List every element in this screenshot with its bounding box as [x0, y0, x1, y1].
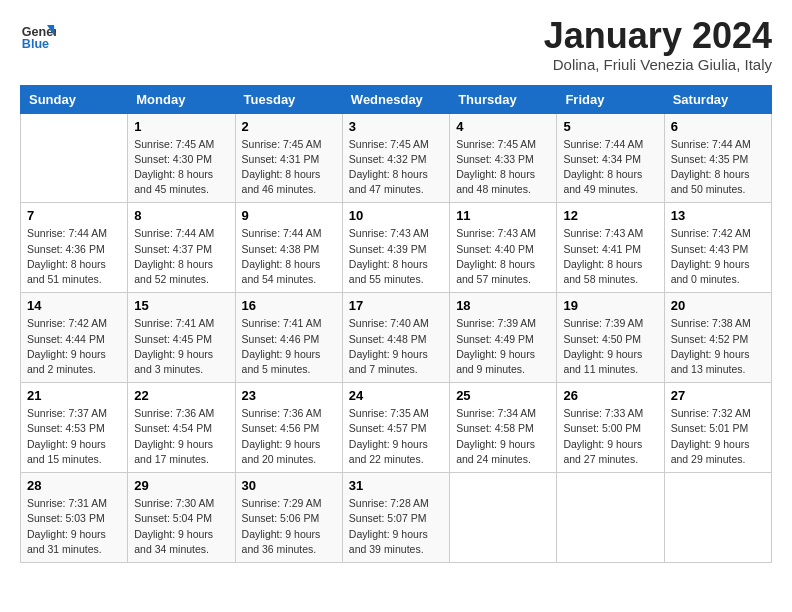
day-number: 31: [349, 478, 443, 493]
day-number: 13: [671, 208, 765, 223]
weekday-header-sunday: Sunday: [21, 85, 128, 113]
day-info: Sunrise: 7:35 AM Sunset: 4:57 PM Dayligh…: [349, 406, 443, 467]
day-number: 15: [134, 298, 228, 313]
day-number: 5: [563, 119, 657, 134]
day-number: 3: [349, 119, 443, 134]
day-info: Sunrise: 7:30 AM Sunset: 5:04 PM Dayligh…: [134, 496, 228, 557]
calendar-cell: 27Sunrise: 7:32 AM Sunset: 5:01 PM Dayli…: [664, 383, 771, 473]
day-number: 17: [349, 298, 443, 313]
week-row-1: 1Sunrise: 7:45 AM Sunset: 4:30 PM Daylig…: [21, 113, 772, 203]
day-info: Sunrise: 7:31 AM Sunset: 5:03 PM Dayligh…: [27, 496, 121, 557]
day-info: Sunrise: 7:44 AM Sunset: 4:38 PM Dayligh…: [242, 226, 336, 287]
day-number: 12: [563, 208, 657, 223]
day-number: 27: [671, 388, 765, 403]
weekday-header-thursday: Thursday: [450, 85, 557, 113]
day-number: 6: [671, 119, 765, 134]
day-number: 8: [134, 208, 228, 223]
weekday-header-tuesday: Tuesday: [235, 85, 342, 113]
day-number: 14: [27, 298, 121, 313]
calendar-cell: 18Sunrise: 7:39 AM Sunset: 4:49 PM Dayli…: [450, 293, 557, 383]
day-number: 26: [563, 388, 657, 403]
day-info: Sunrise: 7:45 AM Sunset: 4:30 PM Dayligh…: [134, 137, 228, 198]
day-info: Sunrise: 7:45 AM Sunset: 4:31 PM Dayligh…: [242, 137, 336, 198]
svg-text:Blue: Blue: [22, 37, 49, 51]
calendar-title: January 2024: [544, 16, 772, 56]
day-number: 20: [671, 298, 765, 313]
calendar-cell: 16Sunrise: 7:41 AM Sunset: 4:46 PM Dayli…: [235, 293, 342, 383]
week-row-4: 21Sunrise: 7:37 AM Sunset: 4:53 PM Dayli…: [21, 383, 772, 473]
day-info: Sunrise: 7:38 AM Sunset: 4:52 PM Dayligh…: [671, 316, 765, 377]
calendar-cell: 26Sunrise: 7:33 AM Sunset: 5:00 PM Dayli…: [557, 383, 664, 473]
calendar-cell: 22Sunrise: 7:36 AM Sunset: 4:54 PM Dayli…: [128, 383, 235, 473]
day-number: 10: [349, 208, 443, 223]
day-info: Sunrise: 7:41 AM Sunset: 4:45 PM Dayligh…: [134, 316, 228, 377]
calendar-cell: 10Sunrise: 7:43 AM Sunset: 4:39 PM Dayli…: [342, 203, 449, 293]
day-info: Sunrise: 7:45 AM Sunset: 4:32 PM Dayligh…: [349, 137, 443, 198]
day-info: Sunrise: 7:37 AM Sunset: 4:53 PM Dayligh…: [27, 406, 121, 467]
calendar-cell: 11Sunrise: 7:43 AM Sunset: 4:40 PM Dayli…: [450, 203, 557, 293]
title-block: January 2024 Dolina, Friuli Venezia Giul…: [544, 16, 772, 73]
weekday-header-monday: Monday: [128, 85, 235, 113]
calendar-cell: 3Sunrise: 7:45 AM Sunset: 4:32 PM Daylig…: [342, 113, 449, 203]
day-info: Sunrise: 7:28 AM Sunset: 5:07 PM Dayligh…: [349, 496, 443, 557]
week-row-2: 7Sunrise: 7:44 AM Sunset: 4:36 PM Daylig…: [21, 203, 772, 293]
day-info: Sunrise: 7:33 AM Sunset: 5:00 PM Dayligh…: [563, 406, 657, 467]
day-info: Sunrise: 7:29 AM Sunset: 5:06 PM Dayligh…: [242, 496, 336, 557]
calendar-cell: 4Sunrise: 7:45 AM Sunset: 4:33 PM Daylig…: [450, 113, 557, 203]
day-info: Sunrise: 7:43 AM Sunset: 4:40 PM Dayligh…: [456, 226, 550, 287]
calendar-cell: [450, 473, 557, 563]
day-info: Sunrise: 7:34 AM Sunset: 4:58 PM Dayligh…: [456, 406, 550, 467]
logo: General Blue: [20, 16, 56, 52]
calendar-cell: [557, 473, 664, 563]
weekday-header-row: SundayMondayTuesdayWednesdayThursdayFrid…: [21, 85, 772, 113]
calendar-table: SundayMondayTuesdayWednesdayThursdayFrid…: [20, 85, 772, 563]
day-number: 9: [242, 208, 336, 223]
weekday-header-saturday: Saturday: [664, 85, 771, 113]
calendar-cell: 1Sunrise: 7:45 AM Sunset: 4:30 PM Daylig…: [128, 113, 235, 203]
calendar-cell: 9Sunrise: 7:44 AM Sunset: 4:38 PM Daylig…: [235, 203, 342, 293]
calendar-cell: 29Sunrise: 7:30 AM Sunset: 5:04 PM Dayli…: [128, 473, 235, 563]
day-info: Sunrise: 7:36 AM Sunset: 4:54 PM Dayligh…: [134, 406, 228, 467]
calendar-cell: 30Sunrise: 7:29 AM Sunset: 5:06 PM Dayli…: [235, 473, 342, 563]
weekday-header-friday: Friday: [557, 85, 664, 113]
calendar-cell: 24Sunrise: 7:35 AM Sunset: 4:57 PM Dayli…: [342, 383, 449, 473]
day-info: Sunrise: 7:44 AM Sunset: 4:37 PM Dayligh…: [134, 226, 228, 287]
weekday-header-wednesday: Wednesday: [342, 85, 449, 113]
day-number: 22: [134, 388, 228, 403]
day-info: Sunrise: 7:41 AM Sunset: 4:46 PM Dayligh…: [242, 316, 336, 377]
day-info: Sunrise: 7:36 AM Sunset: 4:56 PM Dayligh…: [242, 406, 336, 467]
day-number: 23: [242, 388, 336, 403]
day-info: Sunrise: 7:45 AM Sunset: 4:33 PM Dayligh…: [456, 137, 550, 198]
day-number: 7: [27, 208, 121, 223]
week-row-3: 14Sunrise: 7:42 AM Sunset: 4:44 PM Dayli…: [21, 293, 772, 383]
day-number: 1: [134, 119, 228, 134]
day-number: 21: [27, 388, 121, 403]
week-row-5: 28Sunrise: 7:31 AM Sunset: 5:03 PM Dayli…: [21, 473, 772, 563]
calendar-cell: 15Sunrise: 7:41 AM Sunset: 4:45 PM Dayli…: [128, 293, 235, 383]
calendar-cell: 12Sunrise: 7:43 AM Sunset: 4:41 PM Dayli…: [557, 203, 664, 293]
calendar-cell: 31Sunrise: 7:28 AM Sunset: 5:07 PM Dayli…: [342, 473, 449, 563]
day-number: 24: [349, 388, 443, 403]
calendar-cell: [664, 473, 771, 563]
day-number: 11: [456, 208, 550, 223]
calendar-subtitle: Dolina, Friuli Venezia Giulia, Italy: [544, 56, 772, 73]
calendar-cell: 28Sunrise: 7:31 AM Sunset: 5:03 PM Dayli…: [21, 473, 128, 563]
calendar-cell: 5Sunrise: 7:44 AM Sunset: 4:34 PM Daylig…: [557, 113, 664, 203]
day-number: 2: [242, 119, 336, 134]
day-info: Sunrise: 7:39 AM Sunset: 4:50 PM Dayligh…: [563, 316, 657, 377]
calendar-cell: 25Sunrise: 7:34 AM Sunset: 4:58 PM Dayli…: [450, 383, 557, 473]
calendar-cell: 13Sunrise: 7:42 AM Sunset: 4:43 PM Dayli…: [664, 203, 771, 293]
calendar-cell: 7Sunrise: 7:44 AM Sunset: 4:36 PM Daylig…: [21, 203, 128, 293]
day-number: 25: [456, 388, 550, 403]
day-info: Sunrise: 7:44 AM Sunset: 4:36 PM Dayligh…: [27, 226, 121, 287]
day-info: Sunrise: 7:39 AM Sunset: 4:49 PM Dayligh…: [456, 316, 550, 377]
day-info: Sunrise: 7:44 AM Sunset: 4:35 PM Dayligh…: [671, 137, 765, 198]
header: General Blue January 2024 Dolina, Friuli…: [20, 16, 772, 73]
calendar-cell: 23Sunrise: 7:36 AM Sunset: 4:56 PM Dayli…: [235, 383, 342, 473]
day-number: 19: [563, 298, 657, 313]
calendar-cell: 17Sunrise: 7:40 AM Sunset: 4:48 PM Dayli…: [342, 293, 449, 383]
day-number: 28: [27, 478, 121, 493]
calendar-cell: 2Sunrise: 7:45 AM Sunset: 4:31 PM Daylig…: [235, 113, 342, 203]
calendar-cell: 8Sunrise: 7:44 AM Sunset: 4:37 PM Daylig…: [128, 203, 235, 293]
calendar-cell: 6Sunrise: 7:44 AM Sunset: 4:35 PM Daylig…: [664, 113, 771, 203]
